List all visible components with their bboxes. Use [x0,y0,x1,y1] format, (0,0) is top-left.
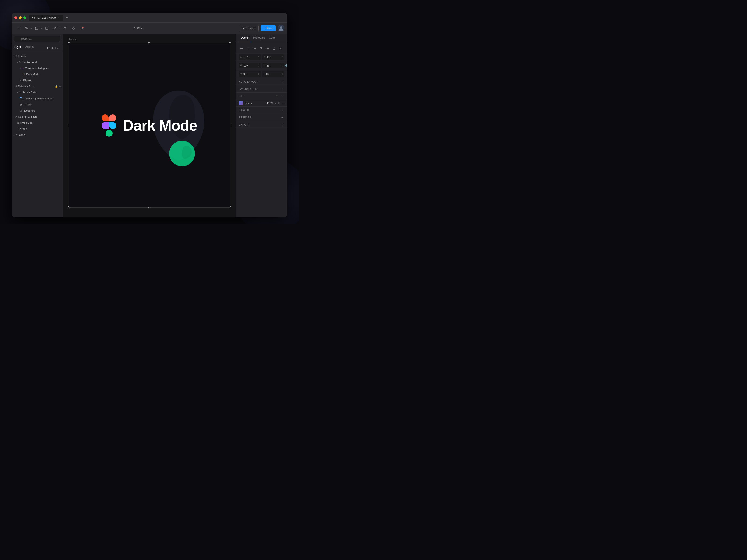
constrain-proportions-icon[interactable]: 🔗 [285,64,287,67]
tab-design[interactable]: Design [239,34,251,42]
maximize-button[interactable] [23,16,26,19]
menu-button[interactable]: ☰ [15,25,22,32]
angle-down[interactable]: ▼ [258,74,260,76]
sidebar-tabs: Layers Assets Page 1 ▾ [12,44,63,52]
corner-down[interactable]: ▼ [281,74,283,76]
close-button[interactable] [15,16,17,19]
corner-stepper[interactable]: ▲ ▼ [281,72,283,76]
hand-tool[interactable] [70,25,77,32]
background-chevron-icon: ▾ [17,61,18,63]
x-field[interactable]: X 1920 ▲ ▼ [239,54,261,60]
x-up[interactable]: ▲ [258,55,260,57]
search-input[interactable] [14,36,60,42]
x-down[interactable]: ▼ [258,57,260,59]
align-bottom-btn[interactable] [272,46,277,51]
layer-cat[interactable]: ▣ cat.jpg [12,102,63,108]
layout-grid-add[interactable]: + [280,87,284,91]
layer-rectangle[interactable]: □ Rectangle [12,108,63,114]
h-up[interactable]: ▲ [281,64,283,65]
new-tab-button[interactable]: + [64,15,70,21]
layer-its-figma[interactable]: ▾ # It's Figma, bitch! [12,114,63,120]
frame-tool[interactable] [33,25,41,32]
zoom-chevron: ▾ [143,27,144,29]
auto-layout-add[interactable]: + [280,80,284,84]
angle-stepper[interactable]: ▲ ▼ [258,72,260,76]
y-down[interactable]: ▼ [281,57,283,59]
canvas-area[interactable]: Frame [63,34,236,217]
align-right-btn[interactable] [252,46,257,51]
export-label: EXPORT [239,123,250,126]
cat-label: cat.jpg [24,103,31,106]
layer-icons[interactable]: ▶ # Icons [12,132,63,138]
h-stepper[interactable]: ▲ ▼ [281,64,283,67]
w-field[interactable]: W 190 ▲ ▼ [239,63,261,68]
x-stepper[interactable]: ▲ ▼ [258,55,260,59]
effects-label: EFFECTS [239,116,251,119]
layer-background[interactable]: ▾ 🗂 Background [12,59,63,65]
layer-funny-cats[interactable]: ▾ 🗂 Funny Cats [12,89,63,96]
dribbble-label: Dribbble Shot [18,85,34,88]
user-avatar[interactable] [278,25,284,31]
logo-green [105,130,112,137]
angle-icon: ↺ [240,73,242,75]
layer-britney[interactable]: ▣ britney.jpg [12,120,63,126]
canvas-frame[interactable]: Dark Mode [69,43,230,208]
text-tool[interactable]: T [61,25,69,32]
align-top-btn[interactable] [258,46,264,51]
export-add[interactable]: + [280,123,284,127]
h-down[interactable]: ▼ [281,65,283,67]
angle-field[interactable]: ↺ 90° ▲ ▼ [239,71,261,77]
fill-remove-icon[interactable]: − [282,102,284,105]
align-center-h-btn[interactable] [246,46,251,51]
layer-button[interactable]: □ button [12,126,63,132]
comment-tool[interactable] [78,25,86,32]
tab-code[interactable]: Code [267,34,278,42]
svg-rect-26 [273,49,275,50]
pen-tool[interactable] [51,25,59,32]
select-tool[interactable] [23,25,30,32]
preview-button[interactable]: ▶ Preview [239,25,259,31]
align-left-btn[interactable] [239,46,244,51]
fill-add[interactable]: + [280,94,284,98]
y-field[interactable]: Y 480 ▲ ▼ [262,54,285,60]
h-field[interactable]: H 36 ▲ ▼ 🔗 [262,63,285,68]
page-selector[interactable]: Page 1 ▾ [45,45,60,50]
stroke-add[interactable]: + [280,108,284,112]
toolbar-frame-group: ▾ [33,25,42,32]
active-tab[interactable]: Figma - Dark Mode ✕ [29,15,63,21]
layer-frame[interactable]: ▾ # Frame [12,53,63,59]
w-up[interactable]: ▲ [258,64,260,65]
y-up[interactable]: ▲ [281,55,283,57]
export-row: EXPORT + [236,121,287,128]
icons-label: Icons [19,133,25,136]
share-button[interactable]: ↑ Share [260,25,276,31]
layer-ellipse[interactable]: ○ Ellipse [12,77,63,83]
app-window: Figma - Dark Mode ✕ + ☰ ▾ [12,13,287,217]
tab-close-icon[interactable]: ✕ [57,16,60,19]
layer-dark-mode[interactable]: T Dark Mode [12,71,63,77]
tab-assets[interactable]: Assets [25,45,34,50]
effects-add[interactable]: + [280,115,284,119]
fill-visibility-icon[interactable]: 👁 [278,102,281,105]
distribute-h-btn[interactable] [278,46,284,51]
logo-blue [109,122,116,129]
y-stepper[interactable]: ▲ ▼ [281,55,283,59]
main-content: 🔍 Layers Assets Page 1 ▾ ▾ # [12,34,287,217]
tab-layers[interactable]: Layers [14,45,22,50]
zoom-control[interactable]: 100% ▾ [134,26,144,30]
align-middle-btn[interactable] [265,46,271,51]
minimize-button[interactable] [19,16,22,19]
angle-up[interactable]: ▲ [258,72,260,74]
rect-icon: □ [20,109,22,112]
rectangle-tool[interactable] [43,25,50,32]
layer-meow-text[interactable]: T You are my meow meow... [12,96,63,102]
fill-grid-icon[interactable]: ⊞ [275,94,279,98]
corner-field[interactable]: ⌐ 90° ▲ ▼ [262,71,285,77]
w-stepper[interactable]: ▲ ▼ [258,64,260,67]
layer-dribbble[interactable]: ▾ # Dribbble Shot 🔒 👁 [12,83,63,89]
tab-prototype[interactable]: Prototype [251,34,267,42]
layer-components[interactable]: ▾ ◇ Components/Figma [12,65,63,71]
corner-up[interactable]: ▲ [281,72,283,74]
w-down[interactable]: ▼ [258,65,260,67]
fill-color-swatch[interactable] [239,101,243,105]
